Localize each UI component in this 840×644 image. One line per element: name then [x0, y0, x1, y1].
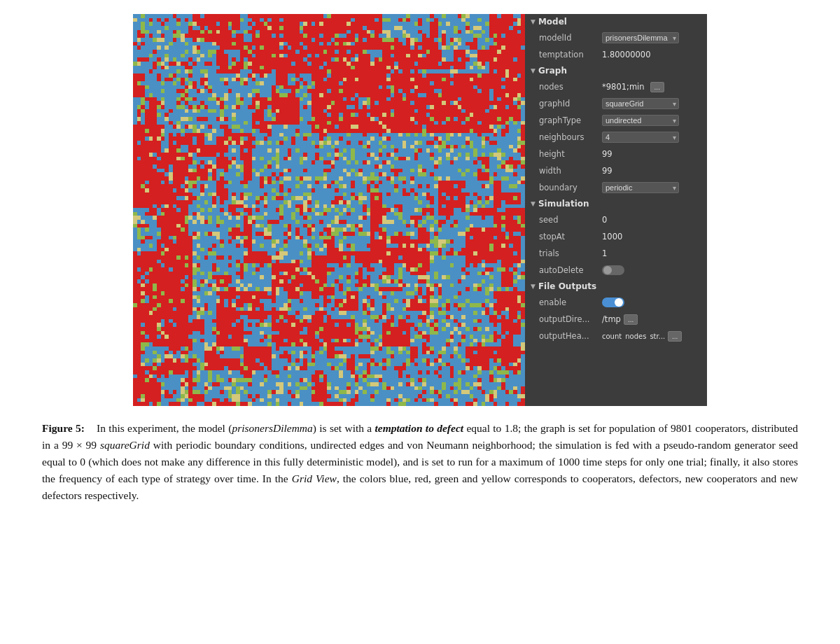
stop-at-label: stopAt	[539, 232, 602, 241]
model-id-row: modelId prisonersDilemma	[525, 29, 707, 46]
simulation-section-header[interactable]: Simulation	[525, 196, 707, 211]
width-row: width 99	[525, 162, 707, 179]
output-hea-row: outputHea... count_nodes_str... ...	[525, 328, 707, 344]
file-outputs-section-header[interactable]: File Outputs	[525, 279, 707, 294]
output-dir-label: outputDire...	[539, 314, 602, 324]
seed-label: seed	[539, 215, 602, 225]
neighbours-row: neighbours 4	[525, 129, 707, 146]
auto-delete-row: autoDelete	[525, 262, 707, 279]
model-id-select[interactable]: prisonersDilemma	[602, 32, 679, 43]
temptation-label: temptation	[539, 50, 602, 59]
height-row: height 99	[525, 146, 707, 162]
figure-label: Figure 5:	[42, 422, 85, 434]
output-hea-dots-button[interactable]: ...	[668, 331, 682, 342]
model-id-select-wrapper[interactable]: prisonersDilemma	[602, 32, 679, 43]
boundary-row: boundary periodic	[525, 179, 707, 196]
stop-at-row: stopAt 1000	[525, 228, 707, 245]
boundary-label: boundary	[539, 183, 602, 192]
output-dir-dots-button[interactable]: ...	[624, 314, 638, 325]
trials-label: trials	[539, 248, 602, 258]
output-dir-row: outputDire... /tmp ...	[525, 311, 707, 328]
model-id-label: modelId	[539, 33, 602, 43]
model-section-header[interactable]: Model	[525, 14, 707, 29]
auto-delete-label: autoDelete	[539, 265, 602, 275]
graph-type-label: graphType	[539, 115, 602, 125]
grid-visualization	[133, 14, 525, 406]
auto-delete-toggle[interactable]	[602, 265, 624, 275]
enable-row: enable	[525, 294, 707, 311]
graph-section-header[interactable]: Graph	[525, 63, 707, 78]
enable-label: enable	[539, 298, 602, 307]
width-label: width	[539, 166, 602, 176]
neighbours-label: neighbours	[539, 132, 602, 142]
nodes-dots-button[interactable]: ...	[650, 82, 664, 92]
model-section-label: Model	[538, 17, 567, 27]
graph-id-label: graphId	[539, 99, 602, 108]
output-hea-label: outputHea...	[539, 331, 602, 341]
boundary-select[interactable]: periodic	[602, 182, 679, 193]
file-outputs-section-label: File Outputs	[538, 281, 596, 291]
seed-row: seed 0	[525, 211, 707, 228]
nodes-value-container: *9801;min ...	[602, 82, 664, 92]
output-dir-value: /tmp	[602, 314, 621, 324]
graph-id-row: graphId squareGrid	[525, 95, 707, 112]
neighbours-select-wrapper[interactable]: 4	[602, 132, 679, 143]
trials-row: trials 1	[525, 245, 707, 262]
trials-value: 1	[602, 248, 607, 258]
figure-container: Model modelId prisonersDilemma temptatio…	[42, 14, 798, 406]
graph-section-label: Graph	[538, 66, 567, 76]
boundary-select-wrapper[interactable]: periodic	[602, 182, 679, 193]
control-panel: Model modelId prisonersDilemma temptatio…	[525, 14, 707, 406]
height-label: height	[539, 149, 602, 159]
nodes-row: nodes *9801;min ...	[525, 78, 707, 95]
height-value: 99	[602, 149, 612, 159]
width-value: 99	[602, 166, 612, 176]
graph-type-row: graphType undirected	[525, 112, 707, 129]
simulation-section-label: Simulation	[538, 199, 589, 209]
nodes-value: *9801;min	[602, 82, 645, 92]
seed-value: 0	[602, 215, 607, 225]
temptation-row: temptation 1.80000000	[525, 46, 707, 63]
nodes-label: nodes	[539, 82, 602, 92]
output-hea-value: count_nodes_str...	[602, 332, 665, 340]
graph-type-select[interactable]: undirected	[602, 115, 679, 126]
neighbours-select[interactable]: 4	[602, 132, 679, 143]
graph-id-select-wrapper[interactable]: squareGrid	[602, 98, 679, 109]
temptation-value: 1.80000000	[602, 50, 651, 59]
graph-type-select-wrapper[interactable]: undirected	[602, 115, 679, 126]
graph-id-select[interactable]: squareGrid	[602, 98, 679, 109]
enable-toggle[interactable]	[602, 298, 624, 307]
figure-caption: Figure 5: In this experiment, the model …	[42, 420, 798, 504]
stop-at-value: 1000	[602, 232, 622, 241]
